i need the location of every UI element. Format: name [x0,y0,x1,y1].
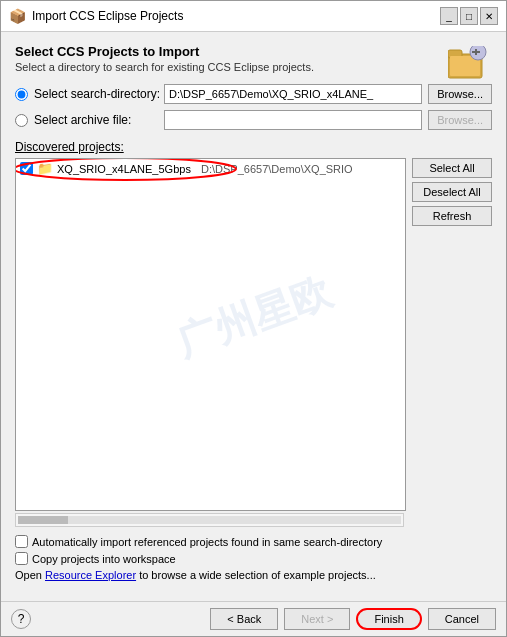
project-checkbox[interactable] [20,162,33,175]
next-button[interactable]: Next > [284,608,350,630]
scrollbar-container[interactable] [15,513,404,527]
content-area: Select CCS Projects to Import Select a d… [1,32,506,601]
folder-icon [448,46,488,82]
browse-directory-button[interactable]: Browse... [428,84,492,104]
window-title: Import CCS Eclipse Projects [32,9,434,23]
project-name: XQ_SRIO_x4LANE_5Gbps [57,163,191,175]
copy-projects-label: Copy projects into workspace [32,553,176,565]
header-texts: Select CCS Projects to Import Select a d… [15,44,444,83]
search-directory-row: Select search-directory: Browse... [15,84,492,104]
help-button[interactable]: ? [11,609,31,629]
title-bar: 📦 Import CCS Eclipse Projects _ □ ✕ [1,1,506,32]
maximize-button[interactable]: □ [460,7,478,25]
resource-explorer-row: Open Resource Explorer to browse a wide … [15,569,492,581]
back-button[interactable]: < Back [210,608,278,630]
table-row: 📁 XQ_SRIO_x4LANE_5Gbps D:\DSP_6657\Demo\… [16,159,405,178]
finish-button[interactable]: Finish [356,608,421,630]
close-button[interactable]: ✕ [480,7,498,25]
search-directory-radio[interactable] [15,88,28,101]
window-icon: 📦 [9,8,26,24]
open-suffix: to browse a wide selection of example pr… [139,569,376,581]
deselect-all-button[interactable]: Deselect All [412,182,492,202]
projects-list[interactable]: 📁 XQ_SRIO_x4LANE_5Gbps D:\DSP_6657\Demo\… [15,158,406,511]
copy-projects-checkbox[interactable] [15,552,28,565]
archive-file-label: Select archive file: [34,113,164,127]
folder-icon-area [444,44,492,84]
project-folder-icon: 📁 [37,161,53,176]
side-buttons: Select All Deselect All Refresh [412,158,492,511]
main-content: Select CCS Projects to Import Select a d… [1,32,506,601]
scrollbar-track [18,516,401,524]
footer-buttons: < Back Next > Finish Cancel [210,608,496,630]
projects-area: 📁 XQ_SRIO_x4LANE_5Gbps D:\DSP_6657\Demo\… [15,158,492,511]
archive-file-row: Select archive file: Browse... [15,110,492,130]
scrollbar-thumb[interactable] [18,516,68,524]
section-subtitle: Select a directory to search for existin… [15,61,444,73]
archive-file-input[interactable] [164,110,422,130]
browse-archive-button[interactable]: Browse... [428,110,492,130]
auto-import-label: Automatically import referenced projects… [32,536,382,548]
project-path: D:\DSP_6657\Demo\XQ_SRIO [195,163,353,175]
top-area: Select CCS Projects to Import Select a d… [15,44,492,84]
select-all-button[interactable]: Select All [412,158,492,178]
options-section: Automatically import referenced projects… [15,535,492,569]
minimize-button[interactable]: _ [440,7,458,25]
import-dialog: 📦 Import CCS Eclipse Projects _ □ ✕ Sele… [0,0,507,637]
search-directory-input[interactable] [164,84,422,104]
auto-import-checkbox[interactable] [15,535,28,548]
copy-projects-row: Copy projects into workspace [15,552,492,565]
svg-rect-5 [472,51,480,53]
auto-import-row: Automatically import referenced projects… [15,535,492,548]
resource-explorer-link[interactable]: Resource Explorer [45,569,136,581]
cancel-button[interactable]: Cancel [428,608,496,630]
dialog-footer: ? < Back Next > Finish Cancel [1,601,506,636]
search-directory-label: Select search-directory: [34,87,164,101]
window-controls: _ □ ✕ [440,7,498,25]
refresh-button[interactable]: Refresh [412,206,492,226]
section-title: Select CCS Projects to Import [15,44,444,59]
open-text: Open [15,569,42,581]
archive-file-radio[interactable] [15,114,28,127]
discovered-label: Discovered projects: [15,140,492,154]
